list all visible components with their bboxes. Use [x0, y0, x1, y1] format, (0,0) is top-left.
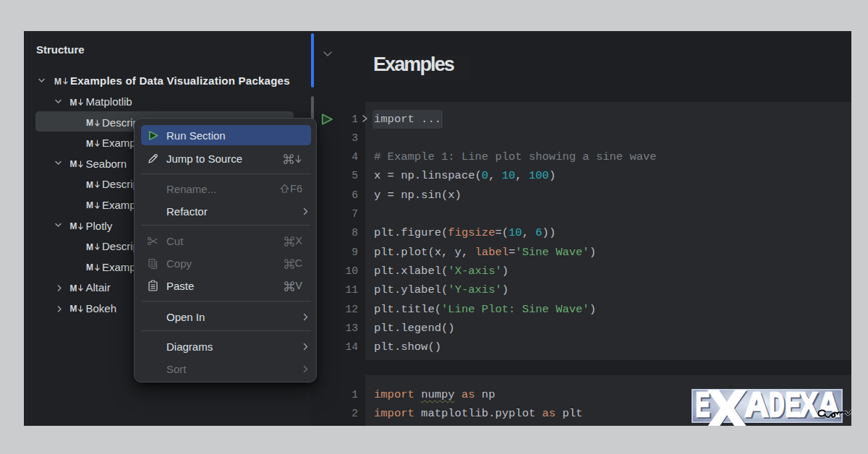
svg-text:A: A: [744, 385, 769, 424]
svg-text:E: E: [785, 385, 800, 424]
svg-text:X: X: [708, 379, 746, 426]
svg-text:X: X: [799, 385, 818, 423]
svg-text:D: D: [769, 385, 784, 423]
